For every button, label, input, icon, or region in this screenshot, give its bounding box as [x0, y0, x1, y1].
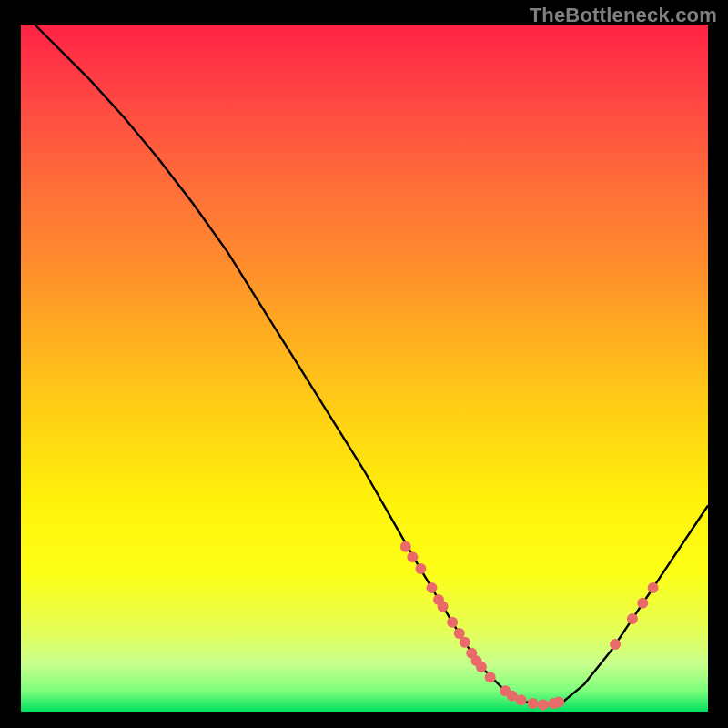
marker-dot: [627, 613, 638, 624]
marker-dot: [648, 582, 659, 593]
marker-dot: [527, 698, 538, 709]
marker-dot: [447, 617, 458, 628]
chart-frame: TheBottleneck.com: [0, 0, 728, 728]
marker-dot: [538, 699, 549, 710]
marker-dot: [476, 662, 487, 672]
marker-dot: [415, 563, 426, 574]
bottom-border: [21, 712, 708, 726]
curve-path: [35, 25, 708, 704]
plot-area: [21, 25, 708, 712]
marker-dot: [438, 601, 449, 612]
marker-dot: [610, 639, 621, 650]
marker-dot: [407, 551, 418, 562]
marker-dot: [426, 582, 437, 593]
marker-dot: [400, 541, 411, 552]
chart-svg: [21, 25, 708, 712]
marker-dots: [400, 541, 659, 711]
marker-dot: [637, 598, 648, 609]
marker-dot: [460, 637, 470, 648]
marker-dot: [553, 696, 564, 707]
marker-dot: [485, 672, 496, 682]
marker-dot: [516, 694, 527, 705]
